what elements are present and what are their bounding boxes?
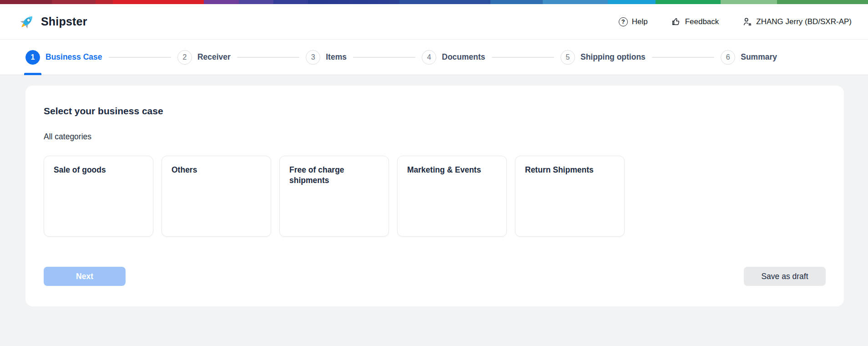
step-label: Business Case xyxy=(45,52,102,62)
step-number-badge: 5 xyxy=(560,50,575,65)
app-title: Shipster xyxy=(41,15,87,28)
save-as-draft-button[interactable]: Save as draft xyxy=(744,267,826,286)
thumbs-up-icon xyxy=(671,17,681,26)
help-label: Help xyxy=(632,17,648,26)
category-filter-label: All categories xyxy=(44,132,826,142)
step-label: Items xyxy=(326,52,347,62)
stepper-connector xyxy=(109,57,171,58)
next-button[interactable]: Next xyxy=(44,267,126,286)
card-label: Return Shipments xyxy=(525,165,600,175)
step-shipping-options[interactable]: 5 Shipping options xyxy=(560,50,646,65)
question-circle-icon: ? xyxy=(619,17,628,26)
card-marketing-events[interactable]: Marketing & Events xyxy=(397,156,507,237)
help-button[interactable]: ? Help xyxy=(619,17,648,26)
step-items[interactable]: 3 Items xyxy=(306,50,347,65)
feedback-label: Feedback xyxy=(685,17,719,26)
business-case-cards: Sale of goods Others Free of charge ship… xyxy=(44,156,826,237)
step-business-case[interactable]: 1 Business Case xyxy=(25,50,102,65)
card-others[interactable]: Others xyxy=(161,156,271,237)
step-label: Receiver xyxy=(197,52,231,62)
rocket-icon xyxy=(18,13,35,31)
stepper-connector xyxy=(652,57,714,58)
card-free-of-charge-shipments[interactable]: Free of charge shipments xyxy=(279,156,389,237)
card-return-shipments[interactable]: Return Shipments xyxy=(515,156,625,237)
step-number-badge: 4 xyxy=(422,50,436,65)
action-bar: Next Save as draft xyxy=(44,267,826,286)
step-label: Summary xyxy=(741,52,777,62)
user-name-label: ZHANG Jerry (BD/SXR-AP) xyxy=(756,17,852,26)
step-label: Documents xyxy=(442,52,485,62)
card-label: Free of charge shipments xyxy=(289,165,364,186)
step-number-badge: 6 xyxy=(721,50,735,65)
step-summary[interactable]: 6 Summary xyxy=(721,50,777,65)
brand-gradient-stripe xyxy=(0,0,868,4)
card-label: Others xyxy=(172,165,247,175)
feedback-button[interactable]: Feedback xyxy=(671,17,719,26)
step-number-badge: 3 xyxy=(306,50,320,65)
app-header: Shipster ? Help Feedback xyxy=(0,4,868,40)
stepper-connector xyxy=(237,57,299,58)
card-label: Sale of goods xyxy=(54,165,129,175)
step-number-badge: 2 xyxy=(177,50,192,65)
main-panel: Select your business case All categories… xyxy=(25,86,844,306)
user-menu-button[interactable]: ZHANG Jerry (BD/SXR-AP) xyxy=(742,17,852,26)
stepper-connector xyxy=(353,57,415,58)
step-label: Shipping options xyxy=(580,52,646,62)
step-documents[interactable]: 4 Documents xyxy=(422,50,485,65)
card-label: Marketing & Events xyxy=(407,165,482,175)
stepper: 1 Business Case 2 Receiver 3 Items 4 Doc… xyxy=(0,40,868,75)
user-icon xyxy=(742,17,752,26)
page-title: Select your business case xyxy=(44,106,826,117)
step-number-badge: 1 xyxy=(25,50,40,65)
card-sale-of-goods[interactable]: Sale of goods xyxy=(44,156,153,237)
brand: Shipster xyxy=(18,13,87,31)
step-receiver[interactable]: 2 Receiver xyxy=(177,50,231,65)
stepper-connector xyxy=(492,57,554,58)
header-nav: ? Help Feedback ZHANG Jerry (BD/ xyxy=(619,17,852,26)
